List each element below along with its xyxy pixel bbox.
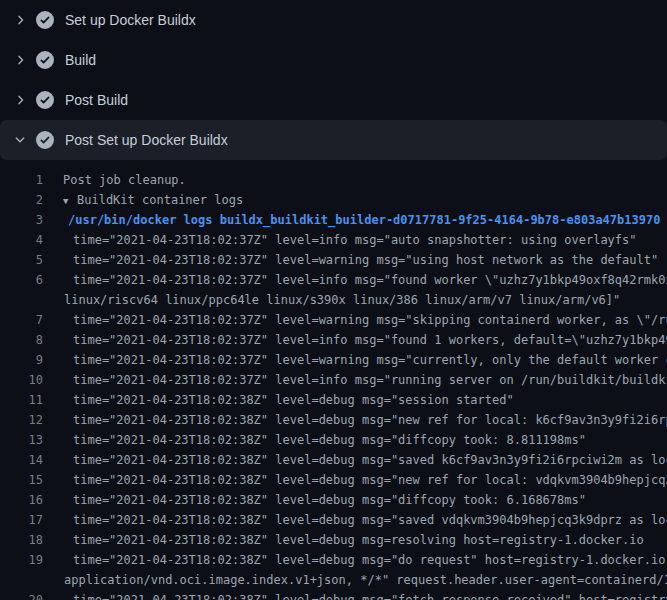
line-number[interactable]: 6 xyxy=(0,270,43,290)
log-text: time="2021-04-23T18:02:38Z" level=debug … xyxy=(73,450,667,470)
step-label: Post Build xyxy=(65,92,128,108)
line-number[interactable]: 20 xyxy=(0,590,43,600)
line-number[interactable]: 17 xyxy=(0,510,43,530)
log-text: application/vnd.oci.image.index.v1+json,… xyxy=(64,570,667,590)
log-text: time="2021-04-23T18:02:38Z" level=debug … xyxy=(73,590,667,600)
step-row-post-set-up-docker-buildx[interactable]: Post Set up Docker Buildx xyxy=(0,120,667,160)
log-text: time="2021-04-23T18:02:37Z" level=warnin… xyxy=(73,350,667,370)
log-line: 13 time="2021-04-23T18:02:38Z" level=deb… xyxy=(0,430,667,450)
chevron-down-icon xyxy=(13,133,29,147)
log-line: 19 time="2021-04-23T18:02:38Z" level=deb… xyxy=(0,550,667,570)
line-number[interactable]: 19 xyxy=(0,550,43,570)
log-line: 5 time="2021-04-23T18:02:37Z" level=warn… xyxy=(0,250,667,270)
chevron-right-icon xyxy=(13,53,29,67)
log-line: 18 time="2021-04-23T18:02:38Z" level=deb… xyxy=(0,530,667,550)
log-text: time="2021-04-23T18:02:38Z" level=debug … xyxy=(73,550,667,570)
log-line: 8 time="2021-04-23T18:02:37Z" level=info… xyxy=(0,330,667,350)
check-circle-icon xyxy=(36,51,54,69)
line-number[interactable]: 7 xyxy=(0,310,43,330)
step-row-build[interactable]: Build xyxy=(0,40,667,80)
log-text: time="2021-04-23T18:02:38Z" level=debug … xyxy=(73,470,667,490)
line-number[interactable]: 9 xyxy=(0,350,43,370)
log-line: application/vnd.oci.image.index.v1+json,… xyxy=(0,570,667,590)
log-line: 12 time="2021-04-23T18:02:38Z" level=deb… xyxy=(0,410,667,430)
log-line: 3 /usr/bin/docker logs buildx_buildkit_b… xyxy=(0,210,667,230)
line-number[interactable]: 13 xyxy=(0,430,43,450)
step-row-post-build[interactable]: Post Build xyxy=(0,80,667,120)
log-text: time="2021-04-23T18:02:38Z" level=debug … xyxy=(73,490,586,510)
line-number[interactable]: 8 xyxy=(0,330,43,350)
log-text: linux/riscv64 linux/ppc64le linux/s390x … xyxy=(64,290,620,310)
log-text: ▼BuildKit container logs xyxy=(63,190,243,210)
log-line: 20 time="2021-04-23T18:02:38Z" level=deb… xyxy=(0,590,667,600)
collapse-triangle-icon[interactable]: ▼ xyxy=(63,191,77,210)
log-line: 14 time="2021-04-23T18:02:38Z" level=deb… xyxy=(0,450,667,470)
log-line: 17 time="2021-04-23T18:02:38Z" level=deb… xyxy=(0,510,667,530)
line-number[interactable]: 4 xyxy=(0,230,43,250)
log-line: 7 time="2021-04-23T18:02:37Z" level=warn… xyxy=(0,310,667,330)
log-text: /usr/bin/docker logs buildx_buildkit_bui… xyxy=(68,210,660,230)
line-number[interactable]: 12 xyxy=(0,410,43,430)
log-text: time="2021-04-23T18:02:38Z" level=debug … xyxy=(73,410,667,430)
chevron-right-icon xyxy=(13,13,29,27)
check-circle-icon xyxy=(36,131,54,149)
log-output: 1 Post job cleanup. 2 ▼BuildKit containe… xyxy=(0,160,667,600)
line-number[interactable]: 10 xyxy=(0,370,43,390)
line-number[interactable]: 3 xyxy=(0,210,43,230)
line-number xyxy=(0,290,43,310)
line-number[interactable]: 14 xyxy=(0,450,43,470)
step-row-set-up-docker-buildx[interactable]: Set up Docker Buildx xyxy=(0,0,667,40)
line-number[interactable]: 2 xyxy=(0,190,43,210)
log-line: 15 time="2021-04-23T18:02:38Z" level=deb… xyxy=(0,470,667,490)
log-line: 9 time="2021-04-23T18:02:37Z" level=warn… xyxy=(0,350,667,370)
line-number[interactable]: 1 xyxy=(0,170,43,190)
check-circle-icon xyxy=(36,91,54,109)
log-line: linux/riscv64 linux/ppc64le linux/s390x … xyxy=(0,290,667,310)
line-number[interactable]: 11 xyxy=(0,390,43,410)
log-text: time="2021-04-23T18:02:37Z" level=info m… xyxy=(73,230,637,250)
log-text: time="2021-04-23T18:02:38Z" level=debug … xyxy=(73,390,514,410)
chevron-right-icon xyxy=(13,93,29,107)
step-label: Build xyxy=(65,52,96,68)
log-text: time="2021-04-23T18:02:37Z" level=info m… xyxy=(73,330,667,350)
check-circle-icon xyxy=(36,11,54,29)
log-text: time="2021-04-23T18:02:37Z" level=info m… xyxy=(73,270,667,290)
group-label[interactable]: BuildKit container logs xyxy=(77,193,243,207)
line-number xyxy=(0,570,43,590)
log-text: time="2021-04-23T18:02:37Z" level=info m… xyxy=(73,370,667,390)
step-label: Post Set up Docker Buildx xyxy=(65,132,228,148)
line-number[interactable]: 5 xyxy=(0,250,43,270)
log-line: 4 time="2021-04-23T18:02:37Z" level=info… xyxy=(0,230,667,250)
log-line: 6 time="2021-04-23T18:02:37Z" level=info… xyxy=(0,270,667,290)
log-line: 16 time="2021-04-23T18:02:38Z" level=deb… xyxy=(0,490,667,510)
steps-list: Set up Docker Buildx Build Post Build Po… xyxy=(0,0,667,160)
line-number[interactable]: 16 xyxy=(0,490,43,510)
log-text: time="2021-04-23T18:02:38Z" level=debug … xyxy=(73,530,644,550)
step-label: Set up Docker Buildx xyxy=(65,12,196,28)
log-line: 11 time="2021-04-23T18:02:38Z" level=deb… xyxy=(0,390,667,410)
log-line: 1 Post job cleanup. xyxy=(0,170,667,190)
line-number[interactable]: 15 xyxy=(0,470,43,490)
log-text: time="2021-04-23T18:02:38Z" level=debug … xyxy=(73,510,667,530)
line-number[interactable]: 18 xyxy=(0,530,43,550)
log-text: time="2021-04-23T18:02:37Z" level=warnin… xyxy=(73,310,667,330)
log-line: 10 time="2021-04-23T18:02:37Z" level=inf… xyxy=(0,370,667,390)
log-text: Post job cleanup. xyxy=(63,170,186,190)
log-text: time="2021-04-23T18:02:38Z" level=debug … xyxy=(73,430,586,450)
log-text: time="2021-04-23T18:02:37Z" level=warnin… xyxy=(73,250,658,270)
log-line: 2 ▼BuildKit container logs xyxy=(0,190,667,210)
